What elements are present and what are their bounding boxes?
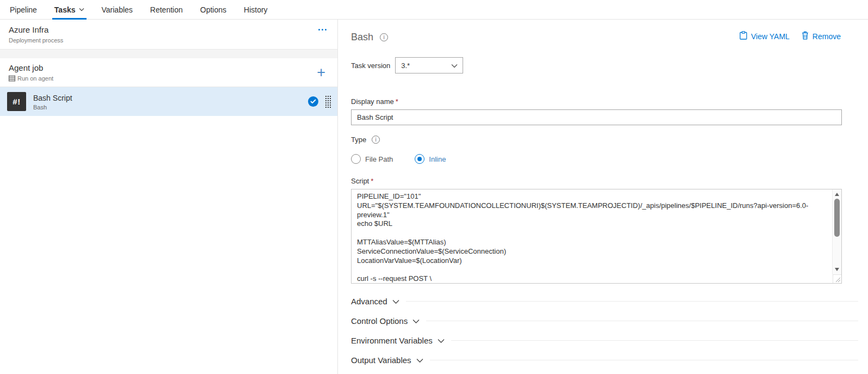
script-content[interactable]: PIPELINE_ID="101" URL="$(SYSTEM.TEAMFOUN… — [352, 189, 832, 283]
process-panel-empty-area — [0, 116, 337, 374]
clipboard-icon — [740, 31, 747, 41]
process-more-button[interactable] — [316, 24, 329, 35]
agent-queue-icon — [9, 75, 15, 82]
task-type-title: Bash — [351, 32, 373, 43]
task-row-title: Bash Script — [33, 93, 308, 103]
task-row-bash-script[interactable]: #! Bash Script Bash — [0, 87, 337, 116]
section-divider — [451, 340, 858, 341]
required-asterisk: * — [396, 97, 398, 106]
process-title: Azure Infra — [9, 24, 63, 35]
info-icon[interactable]: i — [380, 33, 388, 41]
agent-job-text: Agent job Run on agent — [9, 63, 53, 82]
task-detail-panel: View YAML Remove Bash i Task version 3.* — [338, 20, 868, 374]
radio-file-path[interactable]: File Path — [351, 154, 393, 164]
section-environment-variables[interactable]: Environment Variables — [351, 330, 858, 350]
radio-inline[interactable]: Inline — [415, 154, 446, 164]
tab-pipeline[interactable]: Pipeline — [8, 0, 39, 19]
view-yaml-label: View YAML — [751, 32, 790, 41]
chevron-down-icon — [413, 319, 420, 324]
task-drag-handle[interactable] — [324, 94, 332, 110]
add-task-button[interactable]: + — [313, 66, 329, 79]
tab-tasks[interactable]: Tasks — [52, 0, 87, 19]
scroll-up-arrow-icon[interactable] — [835, 193, 839, 196]
process-header[interactable]: Azure Infra Deployment process — [0, 20, 337, 50]
radio-inline-circle — [415, 154, 424, 164]
section-output-variables[interactable]: Output Variables — [351, 350, 858, 370]
chevron-down-icon — [438, 339, 445, 344]
chevron-down-icon — [79, 8, 84, 11]
tab-retention[interactable]: Retention — [148, 0, 185, 19]
display-name-label-row: Display name* — [351, 97, 858, 106]
tab-retention-label: Retention — [150, 5, 183, 14]
section-control-options-label: Control Options — [351, 316, 408, 326]
agent-job-header[interactable]: Agent job Run on agent + — [0, 58, 337, 87]
task-version-row: Task version 3.* — [351, 57, 858, 73]
panel-gap — [0, 50, 337, 58]
tab-options-label: Options — [200, 5, 226, 14]
script-scrollbar[interactable] — [832, 189, 841, 274]
section-divider — [430, 360, 858, 360]
textarea-resize-grip[interactable] — [833, 274, 841, 283]
collapsible-sections: Advanced Control Options Environment Var… — [351, 291, 858, 370]
tab-variables-label: Variables — [102, 5, 133, 14]
process-subtitle: Deployment process — [9, 37, 63, 44]
agent-job-subtitle: Run on agent — [17, 75, 53, 82]
active-tab-indicator — [52, 18, 87, 20]
display-name-input[interactable] — [351, 109, 842, 125]
section-advanced[interactable]: Advanced — [351, 291, 858, 311]
script-label-row: Script* — [351, 177, 858, 185]
trash-icon — [802, 31, 809, 41]
section-divider — [406, 301, 858, 302]
type-label-row: Type i — [351, 136, 858, 144]
pipeline-tab-bar: Pipeline Tasks Variables Retention Optio… — [0, 0, 868, 20]
radio-file-path-circle — [351, 154, 361, 164]
remove-task-button[interactable]: Remove — [802, 31, 841, 41]
remove-label: Remove — [812, 32, 841, 41]
type-label: Type — [351, 136, 366, 144]
process-header-text: Azure Infra Deployment process — [9, 24, 63, 44]
tab-pipeline-label: Pipeline — [10, 5, 37, 14]
task-version-select[interactable]: 3.* — [395, 57, 463, 73]
task-actions: View YAML Remove — [740, 31, 841, 41]
section-output-variables-label: Output Variables — [351, 355, 411, 365]
section-divider — [426, 321, 858, 321]
scroll-down-arrow-icon[interactable] — [835, 268, 839, 271]
section-control-options[interactable]: Control Options — [351, 311, 858, 330]
display-name-label: Display name* — [351, 97, 398, 106]
process-panel: Azure Infra Deployment process Agent job… — [0, 20, 338, 374]
agent-job-subtitle-row: Run on agent — [9, 75, 53, 82]
task-version-value: 3.* — [401, 62, 410, 70]
task-row-text: Bash Script Bash — [33, 93, 308, 111]
type-info-icon[interactable]: i — [372, 136, 380, 144]
section-environment-variables-label: Environment Variables — [351, 336, 433, 345]
required-asterisk: * — [371, 177, 373, 185]
tab-tasks-label: Tasks — [54, 5, 76, 14]
radio-file-path-label: File Path — [365, 155, 393, 163]
agent-job-title: Agent job — [9, 63, 53, 73]
chevron-down-icon — [416, 358, 423, 363]
bash-task-icon: #! — [7, 92, 26, 111]
task-selected-check-icon — [308, 96, 318, 107]
section-advanced-label: Advanced — [351, 297, 387, 306]
script-label: Script* — [351, 177, 373, 185]
editor-content: Azure Infra Deployment process Agent job… — [0, 20, 868, 374]
chevron-down-icon — [392, 299, 399, 304]
tab-variables[interactable]: Variables — [100, 0, 135, 19]
radio-inline-label: Inline — [429, 155, 446, 163]
chevron-down-icon — [451, 62, 458, 70]
task-row-subtitle: Bash — [33, 104, 308, 111]
view-yaml-button[interactable]: View YAML — [740, 31, 790, 41]
tab-options[interactable]: Options — [198, 0, 229, 19]
task-version-label: Task version — [351, 62, 390, 70]
pipeline-editor-app: Pipeline Tasks Variables Retention Optio… — [0, 0, 868, 374]
tab-history[interactable]: History — [242, 0, 270, 19]
type-radio-group: File Path Inline — [351, 154, 858, 164]
scrollbar-thumb[interactable] — [834, 199, 840, 237]
script-textarea[interactable]: PIPELINE_ID="101" URL="$(SYSTEM.TEAMFOUN… — [351, 189, 842, 284]
tab-history-label: History — [244, 5, 268, 14]
